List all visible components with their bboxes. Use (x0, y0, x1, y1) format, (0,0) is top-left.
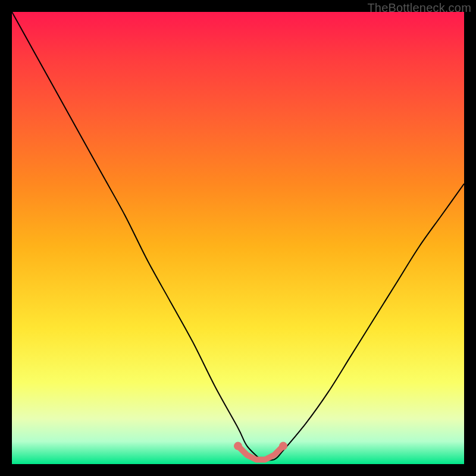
chart-plot-area (12, 12, 464, 464)
chart-frame: TheBottleneck.com (0, 0, 476, 476)
optimal-endpoint-dot (279, 442, 287, 450)
bottleneck-curve-left (12, 12, 261, 459)
chart-svg (12, 12, 464, 464)
bottleneck-curve-right (261, 184, 464, 461)
watermark-text: TheBottleneck.com (367, 1, 471, 15)
optimal-endpoint-dot (234, 442, 242, 450)
